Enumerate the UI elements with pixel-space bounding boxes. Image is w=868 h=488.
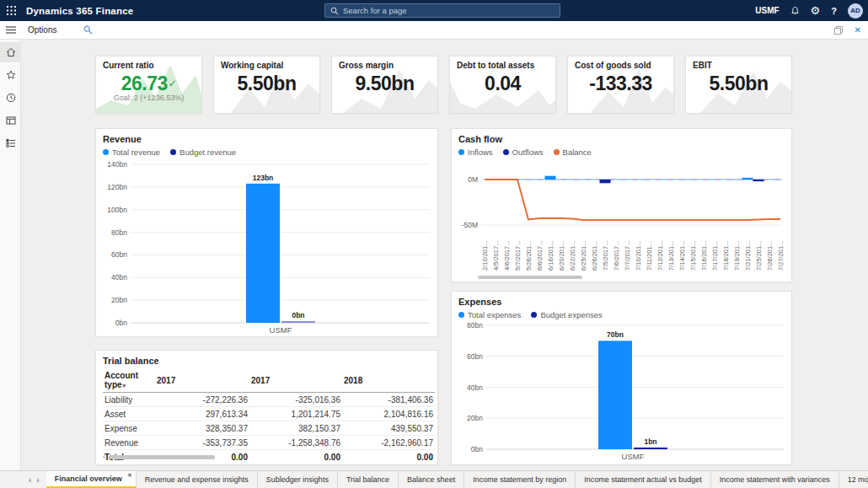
svg-text:20bn: 20bn [111,296,127,304]
kpi-title: EBIT [693,61,785,70]
x-axis-label: 4/5/2017... [492,241,500,271]
balance-line[interactable] [485,180,780,220]
tab-income-statement-with-variances[interactable]: Income statement with variances [711,471,839,488]
legend-item[interactable]: Total revenue [103,147,160,157]
expenses-chart: 80bn60bn40bn20bn0bn70bn1bnUSMF [458,320,787,464]
legend-item[interactable]: Budget expenses [531,310,602,319]
svg-text:0bn: 0bn [292,311,304,319]
svg-text:60bn: 60bn [467,352,483,361]
tab-12-month-trend-income-statement[interactable]: 12 month trend income statement [839,471,868,488]
kpi-tile-current-ratio[interactable]: Current ratio26.73✓Goal: 2 (+1236.53%) [95,56,202,114]
card-revenue: Revenue Total revenueBudget revenue 140b… [95,128,438,337]
modules-icon [6,138,16,148]
x-axis-label: 2/10/201... [481,241,489,271]
kpi-tile-gross-margin[interactable]: Gross margin9.50bn [331,56,438,114]
cashflow-chart: 0M-50M2/10/201...4/5/2017...4/6/2017...5… [458,158,787,282]
cashflow-scrollbar-thumb[interactable] [478,276,582,279]
bar-inflows[interactable] [742,178,753,180]
close-page-icon[interactable]: ✕ [855,25,861,35]
sidebar-item-home[interactable] [0,42,21,62]
legend-item[interactable]: Inflows [458,147,493,157]
options-button[interactable]: Options [28,25,56,35]
restore-window-icon[interactable] [834,26,843,35]
kpi-value: 0.04 [450,72,555,95]
kpi-tile-debt-to-total-assets[interactable]: Debt to total assets0.04 [449,56,556,114]
bar-budget-expenses[interactable] [634,448,667,449]
notifications-button[interactable] [790,6,800,16]
tab-balance-sheet[interactable]: Balance sheet [399,471,464,488]
search-icon [330,3,339,19]
gear-icon[interactable]: ⚙ [811,5,821,16]
sidebar-item-recent[interactable] [0,88,21,108]
x-axis-label: 7/18/201... [722,241,730,271]
kpi-title: Cost of goods sold [575,61,667,70]
tab-subledger-insights[interactable]: Subledger insights [258,471,338,488]
tab-financial-overview[interactable]: Financial overview✕ [46,471,137,488]
bar-budget-revenue[interactable] [281,321,315,323]
tab-revenue-and-expense-insights[interactable]: Revenue and expense insights [137,471,258,488]
avatar[interactable]: AD [848,3,863,19]
x-axis-label: 6/26/201... [591,241,598,271]
x-axis-label: 7/27/201... [777,241,785,271]
tab-income-statement-actual-vs-budget[interactable]: Income statement actual vs budget [576,471,711,488]
hamburger-icon[interactable] [0,26,22,34]
kpi-tile-cost-of-goods-sold[interactable]: Cost of goods sold-133.33 [567,56,674,114]
search-input[interactable] [343,6,555,15]
table-header-cell[interactable]: Account type▾ [103,369,155,393]
table-cell-account: Expense [103,421,155,436]
tab-close-icon[interactable]: ✕ [127,472,131,479]
scrollbar-thumb[interactable] [110,455,215,459]
tab-trial-balance[interactable]: Trial balance [338,471,399,488]
x-axis-label: 7/12/201... [656,241,664,271]
chart-title-expenses: Expenses [458,297,791,307]
waffle-icon[interactable] [0,6,22,15]
bar-inflows[interactable] [545,176,556,180]
x-axis-label: 7/25/201... [755,241,763,271]
legend-dot-icon [554,149,560,155]
kpi-title: Current ratio [103,61,195,70]
table-cell-value: 439,550.37 [342,421,435,436]
tab-income-statement-by-region[interactable]: Income statement by region [464,471,576,488]
help-button[interactable]: ? [831,6,837,16]
legend-item[interactable]: Outflows [503,147,544,157]
svg-text:-50M: -50M [462,221,478,229]
svg-text:140bn: 140bn [107,160,127,169]
legend-item[interactable]: Budget revenue [170,147,236,157]
table-row: Asset297,613.341,201,214.752,104,816.16 [103,407,435,421]
bar-outflows[interactable] [753,180,764,181]
card-cashflow: Cash flow InflowsOutflowsBalance 0M-50M2… [451,128,792,282]
table-row: Revenue-353,737.35-1,258,348.76-2,162,96… [103,436,435,450]
sidebar-item-favorites[interactable] [0,65,21,85]
tab-label: Income statement by region [473,475,566,484]
scroll-right-icon[interactable]: › [430,453,432,460]
table-header-cell[interactable]: 2017 [155,369,249,393]
kpi-tile-ebit[interactable]: EBIT5.50bn [685,56,792,114]
clock-icon [6,93,16,103]
x-axis-label: 6/6/2017... [536,241,544,271]
legend-item[interactable]: Balance [554,147,592,157]
page-search[interactable] [324,3,560,18]
app-title: Dynamics 365 Finance [26,6,133,16]
tab-bar: ‹ › Financial overview✕Revenue and expen… [0,470,868,488]
bar-total-revenue[interactable] [246,184,280,323]
tab-label: 12 month trend income statement [848,475,868,484]
expenses-legend: Total expensesBudget expenses [458,310,791,319]
table-header-cell[interactable]: 2017 [249,369,342,393]
sidebar-item-workspaces[interactable] [0,110,21,131]
svg-text:20bn: 20bn [467,414,483,422]
kpi-tile-working-capital[interactable]: Working capital5.50bn [213,56,320,114]
bar-outflows[interactable] [600,180,611,183]
toolbar-search-icon[interactable] [83,25,93,35]
legend-item[interactable]: Total expenses [458,310,521,319]
table-row: Expense328,350.37382,150.37439,550.37 [103,421,435,436]
table-header-cell[interactable]: 2018 [342,369,435,393]
x-axis-label: 7/19/201... [733,241,741,271]
bar-total-expenses[interactable] [598,341,632,449]
company-picker[interactable]: USMF [755,6,779,15]
topbar-actions: USMF ⚙ ? AD [755,0,863,21]
sidebar-item-modules[interactable] [0,133,21,153]
tabs-scroll-left-icon[interactable]: ‹ [29,475,31,485]
scroll-left-icon[interactable]: ‹ [103,453,105,460]
legend-label: Budget expenses [540,310,602,319]
tabs-scroll-right-icon[interactable]: › [36,475,39,485]
